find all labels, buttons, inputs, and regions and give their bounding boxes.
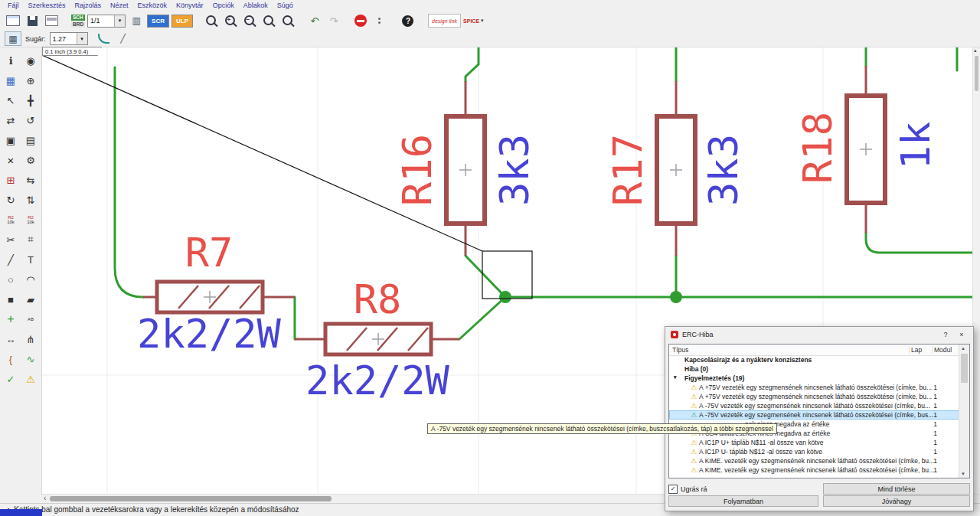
design-link-button[interactable]: design link bbox=[428, 14, 461, 28]
arc-icon[interactable]: ◠ bbox=[21, 269, 41, 289]
grid-button[interactable]: ▦ bbox=[5, 31, 21, 46]
dimension-icon[interactable]: ↔ bbox=[1, 329, 21, 349]
split-icon[interactable]: ⋔ bbox=[21, 329, 41, 349]
zoom-fit-button[interactable] bbox=[203, 13, 220, 28]
print-button[interactable] bbox=[43, 13, 60, 28]
label-icon[interactable]: AB bbox=[21, 309, 41, 329]
erc-dialog-titlebar[interactable]: ERC-Hiba ? × bbox=[665, 327, 973, 342]
mirror-icon[interactable]: ⇄ bbox=[1, 110, 21, 130]
column-tipus[interactable]: Típus bbox=[669, 346, 909, 354]
erc-warning-row[interactable]: ⚠A +75V vezeték egy szegmensének nincsen… bbox=[669, 392, 959, 401]
paste-icon[interactable]: ▤ bbox=[21, 130, 41, 150]
cut-icon[interactable]: ✂ bbox=[1, 230, 21, 250]
value-icon[interactable]: R210k bbox=[1, 210, 21, 230]
bus-icon[interactable]: { bbox=[1, 349, 21, 369]
change-wrench-icon[interactable]: ⚙ bbox=[21, 150, 41, 170]
miter-straight-button[interactable]: ╱ bbox=[116, 32, 131, 45]
zoom-select-button[interactable] bbox=[260, 13, 277, 28]
zoom-redraw-button[interactable] bbox=[279, 13, 296, 28]
clear-all-button[interactable]: Mind törlése bbox=[823, 483, 970, 495]
menu-ablakok[interactable]: Ablakok bbox=[239, 2, 273, 9]
run-dots-button[interactable] bbox=[371, 13, 388, 28]
erc-scroll-up-icon[interactable]: ▲ bbox=[961, 346, 965, 351]
vertical-scrollbar-thumb[interactable] bbox=[975, 56, 978, 91]
sch-brd-toggle[interactable]: SCH BRD bbox=[71, 15, 85, 28]
menu-nezet[interactable]: Nézet bbox=[106, 2, 133, 9]
erc-scroll-down-icon[interactable]: ▼ bbox=[961, 472, 965, 476]
erc-errors-icon[interactable]: ⚠ bbox=[21, 369, 41, 389]
scroll-left-arrow-icon[interactable]: ‹ bbox=[44, 494, 46, 502]
junction-icon[interactable]: + bbox=[1, 309, 21, 329]
approve-button[interactable]: Jóváhagy bbox=[823, 495, 970, 507]
miter-round-button[interactable] bbox=[96, 32, 112, 45]
column-lap[interactable]: Lap bbox=[909, 346, 932, 354]
dialog-help-button[interactable]: ? bbox=[939, 331, 952, 338]
erc-scrollbar-thumb[interactable] bbox=[961, 354, 968, 383]
r18-name-label[interactable]: R18 bbox=[795, 112, 841, 184]
spice-button[interactable]: SPICE ▾ bbox=[463, 13, 484, 28]
polygon-icon[interactable]: ▰ bbox=[21, 289, 41, 309]
add-part-icon[interactable]: ⊞ bbox=[1, 170, 21, 190]
circle-icon[interactable]: ○ bbox=[1, 269, 21, 289]
erc-warning-row[interactable]: ⚠A IC1P U+ tápláb N$11 -al össze van köt… bbox=[669, 438, 959, 447]
menu-rajzolas[interactable]: Rajzolás bbox=[70, 2, 106, 9]
wire-icon[interactable]: ╱ bbox=[1, 250, 21, 269]
redo-button[interactable]: ↷ bbox=[325, 13, 342, 28]
sheets-button[interactable]: ▥ bbox=[128, 13, 145, 28]
menu-konyvtar[interactable]: Könyvtár bbox=[172, 2, 208, 9]
rect-icon[interactable]: ■ bbox=[1, 289, 21, 309]
select-group-icon[interactable]: ↖ bbox=[1, 90, 21, 110]
zoom-out-button[interactable]: − bbox=[241, 13, 258, 28]
erc-scrollbar[interactable]: ▲ ▼ bbox=[959, 345, 969, 478]
rotate-icon[interactable]: ↺ bbox=[21, 110, 41, 130]
replace-icon[interactable]: ↻ bbox=[1, 190, 21, 210]
erc-group-row[interactable]: Kapcsolásirajz és a nyákterv konzisztens bbox=[669, 355, 959, 364]
erc-warning-row[interactable]: ⚠A -75V vezeték egy szegmensének nincsen… bbox=[669, 410, 959, 420]
r7-value-label[interactable]: 2k2/2W bbox=[137, 311, 282, 357]
dropdown-arrow-icon[interactable]: ▾ bbox=[114, 15, 125, 27]
erc-warning-row[interactable]: ⚠A KIME. vezeték egy szegmensének nincse… bbox=[669, 465, 959, 475]
sheet-selector[interactable]: 1/1 ▾ bbox=[87, 15, 126, 28]
erc-warning-row[interactable]: ⚠A IC1P U- tápláb N$12 -al össze van köt… bbox=[669, 447, 959, 456]
erc-warning-row[interactable]: ⚠A +75V vezeték egy szegmensének nincsen… bbox=[669, 383, 959, 392]
ulp-button[interactable]: ULP bbox=[172, 15, 193, 28]
horizontal-scrollbar-thumb[interactable] bbox=[50, 496, 332, 501]
r17-value-label[interactable]: 3k3 bbox=[701, 134, 746, 206]
radius-dropdown-arrow-icon[interactable]: ▾ bbox=[77, 33, 87, 44]
stop-button[interactable] bbox=[352, 13, 369, 28]
menu-eszkozok[interactable]: Eszközök bbox=[133, 2, 172, 9]
menu-fajl[interactable]: Fájl bbox=[3, 2, 24, 9]
scroll-up-arrow-icon[interactable]: ▴ bbox=[974, 47, 977, 54]
erc-group-row[interactable]: ▾Figyelmeztetés (19) bbox=[669, 374, 959, 383]
menu-sugo[interactable]: Súgó bbox=[273, 2, 298, 9]
net-icon[interactable]: ∿ bbox=[21, 349, 41, 369]
jump-checkbox[interactable]: ✓ Ugrás rá bbox=[668, 485, 707, 494]
scr-button[interactable]: SCR bbox=[147, 15, 169, 28]
r7-name-label[interactable]: R7 bbox=[185, 230, 234, 276]
name-icon[interactable]: R210k bbox=[21, 210, 41, 230]
open-board-button[interactable] bbox=[5, 13, 21, 28]
text-icon[interactable]: T bbox=[21, 250, 41, 269]
r17-name-label[interactable]: R17 bbox=[605, 134, 651, 206]
radius-select[interactable]: 1.27 ▾ bbox=[50, 32, 88, 45]
undo-button[interactable]: ↶ bbox=[306, 13, 323, 28]
copy-icon[interactable]: ▣ bbox=[1, 130, 21, 150]
move-icon[interactable]: ╋ bbox=[21, 90, 41, 110]
show-eye-icon[interactable]: ◉ bbox=[21, 51, 41, 70]
help-button[interactable]: ? bbox=[400, 13, 416, 28]
gateswap-icon[interactable]: ⇅ bbox=[21, 190, 41, 210]
invoke-icon[interactable]: ⌗ bbox=[21, 230, 41, 250]
column-modul[interactable]: Modul bbox=[932, 346, 959, 354]
erc-icon[interactable]: ✓ bbox=[1, 369, 21, 389]
menu-opciok[interactable]: Opciók bbox=[208, 2, 239, 9]
erc-group-row[interactable]: Hiba (0) bbox=[669, 364, 959, 374]
erc-warning-row[interactable]: ⚠A -75V vezeték egy szegmensének nincsen… bbox=[669, 401, 959, 410]
processed-button[interactable]: Folyamatban bbox=[668, 495, 818, 507]
save-button[interactable] bbox=[24, 13, 41, 28]
r8-name-label[interactable]: R8 bbox=[354, 276, 402, 322]
zoom-in-button[interactable]: + bbox=[222, 13, 239, 28]
r18-value-label[interactable]: 1k bbox=[893, 122, 939, 170]
mark-icon[interactable]: ⊕ bbox=[21, 70, 41, 90]
r8-value-label[interactable]: 2k2/2W bbox=[305, 358, 450, 403]
collapse-arrow-icon[interactable]: ▾ bbox=[674, 374, 677, 380]
